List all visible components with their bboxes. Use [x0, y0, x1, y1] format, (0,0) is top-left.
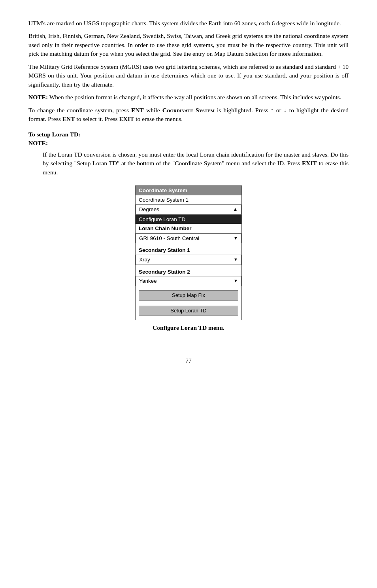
dropdown-arrow-xray: ▼ [234, 257, 238, 263]
exit-bold: EXIT [119, 115, 134, 122]
paragraph-3: The Military Grid Reference System (MGRS… [28, 62, 349, 89]
page-number: 77 [28, 356, 349, 365]
menu-row-label-xray: Xray [139, 256, 150, 264]
menu-row-xray[interactable]: Xray ▼ [136, 255, 241, 265]
menu-row-coordinate-system-1[interactable]: Coordinate System 1 [136, 195, 241, 205]
note-bold: NOTE: [28, 94, 48, 100]
menu-row-yankee[interactable]: Yankee ▼ [136, 276, 241, 286]
section-heading: To setup Loran TD: [28, 130, 349, 139]
menu-box: Coordinate System Coordinate System 1 De… [135, 185, 242, 320]
menu-row-label-configure: Configure Loran TD [139, 216, 185, 223]
menu-figure: Coordinate System Coordinate System 1 De… [28, 185, 349, 333]
menu-row-configure-loran[interactable]: Configure Loran TD [136, 215, 241, 224]
menu-label-secondary-2: Secondary Station 2 [136, 267, 241, 276]
menu-row-degrees[interactable]: Degrees ▲ [136, 204, 241, 215]
menu-row-label-gri: GRI 9610 - South Central [139, 234, 199, 242]
menu-row-label-degrees: Degrees [139, 206, 159, 214]
paragraph-ent: To change the coordinate system, press E… [28, 106, 349, 124]
coordinate-system-smallcaps: Coordinate System [162, 107, 215, 113]
note-text: When the position format is changed, it … [48, 94, 341, 100]
paragraph-2: British, Irish, Finnish, German, New Zea… [28, 32, 349, 58]
exit-bold-2: EXIT [302, 160, 317, 166]
section-indented-text: If the Loran TD conversion is chosen, yo… [43, 150, 349, 177]
scroll-up-icon: ▲ [233, 206, 238, 214]
menu-row-label-yankee: Yankee [139, 277, 157, 285]
menu-title-bar: Coordinate System [136, 186, 241, 195]
menu-row-label-1: Coordinate System 1 [139, 196, 188, 204]
setup-loran-td-button[interactable]: Setup Loran TD [139, 306, 238, 316]
menu-title: Coordinate System [139, 187, 187, 193]
ent-bold-2: ENT [62, 115, 75, 122]
dropdown-arrow-gri: ▼ [234, 235, 238, 242]
ent-bold-1: ENT [131, 107, 144, 113]
dropdown-arrow-yankee: ▼ [234, 278, 238, 284]
menu-caption: Configure Loran TD menu. [153, 323, 224, 332]
paragraph-1: UTM's are marked on USGS topographic cha… [28, 19, 349, 28]
setup-map-fix-button[interactable]: Setup Map Fix [139, 290, 238, 301]
menu-label-secondary-1: Secondary Station 1 [136, 245, 241, 255]
menu-row-loran-chain[interactable]: Loran Chain Number [136, 224, 241, 233]
menu-row-label-chain: Loran Chain Number [139, 225, 192, 233]
page-content: UTM's are marked on USGS topographic cha… [28, 19, 349, 365]
menu-row-gri[interactable]: GRI 9610 - South Central ▼ [136, 233, 241, 244]
section-note-heading: NOTE: [28, 139, 349, 147]
paragraph-note: NOTE: When the position format is change… [28, 93, 349, 102]
